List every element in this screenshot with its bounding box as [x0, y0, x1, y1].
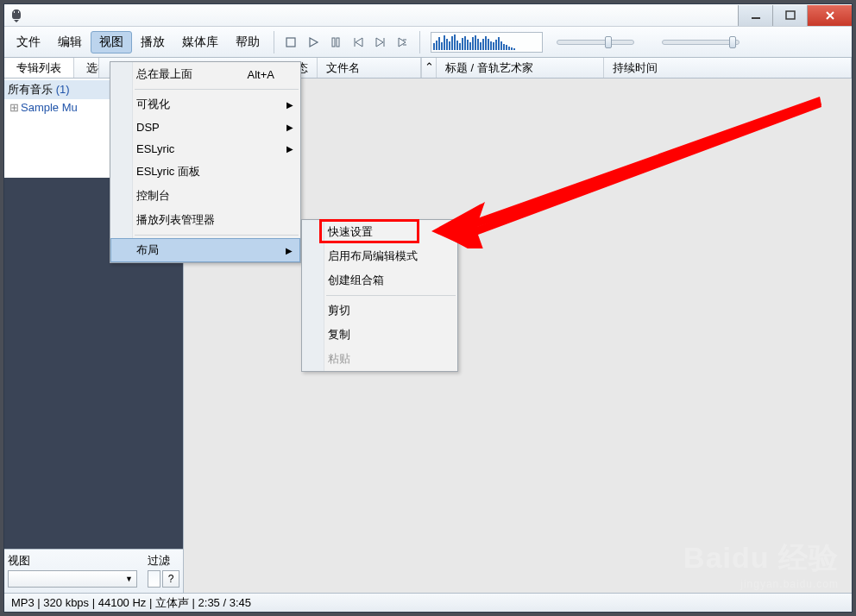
menu-console[interactable]: 控制台 [110, 184, 300, 208]
titlebar [4, 4, 852, 27]
menu-label: 控制台 [136, 188, 170, 204]
menu-label: 粘贴 [328, 351, 350, 367]
submenu-create-group[interactable]: 创建组合箱 [302, 268, 457, 292]
seek-slider[interactable] [557, 40, 634, 45]
tree-label: 所有音乐 [8, 83, 53, 96]
separator [274, 31, 274, 53]
col-duration[interactable]: 持续时间 [604, 58, 852, 78]
watermark: Baidu 经验 jingyan.baidu.com [683, 538, 839, 590]
statusbar: MP3 | 320 kbps | 44100 Hz | 立体声 | 2:35 /… [4, 593, 852, 612]
tab-select[interactable]: 选择 [74, 58, 99, 78]
watermark-url: jingyan.baidu.com [683, 578, 839, 590]
separator [419, 31, 420, 53]
prev-button[interactable] [349, 34, 367, 51]
close-button[interactable] [807, 5, 852, 26]
menu-file[interactable]: 文件 [8, 31, 49, 53]
menu-label: 创建组合箱 [328, 273, 384, 288]
volume-slider[interactable] [662, 40, 740, 45]
window-controls [738, 5, 852, 26]
submenu-copy[interactable]: 复制 [302, 323, 457, 347]
col-indicator[interactable]: ⌃ [421, 58, 437, 78]
col-title-artist[interactable]: 标题 / 音轨艺术家 [437, 58, 604, 78]
view-label: 视图 [8, 551, 137, 570]
menu-label: 可视化 [136, 97, 170, 112]
menu-label: 复制 [328, 327, 350, 343]
menu-edit[interactable]: 编辑 [49, 31, 91, 53]
menu-layout[interactable]: 布局 ▶ [110, 238, 300, 262]
layout-submenu: 快速设置 启用布局编辑模式 创建组合箱 剪切 复制 粘贴 [301, 219, 458, 372]
submenu-arrow-icon: ▶ [286, 144, 293, 154]
filter-label: 过滤 [148, 551, 179, 570]
menu-label: ESLyric [136, 142, 174, 155]
next-button[interactable] [372, 34, 389, 51]
menu-separator [326, 295, 456, 296]
menu-library[interactable]: 媒体库 [173, 31, 227, 53]
submenu-arrow-icon: ▶ [286, 100, 293, 110]
menu-label: 剪切 [328, 303, 350, 318]
view-dropdown: 总在最上面 Alt+A 可视化 ▶ DSP ▶ ESLyric ▶ ESLyri… [110, 61, 301, 263]
menu-playlist-manager[interactable]: 播放列表管理器 [110, 208, 300, 232]
svg-rect-0 [752, 17, 760, 19]
random-button[interactable] [394, 34, 412, 51]
col-filename[interactable]: 文件名 [318, 58, 421, 78]
svg-rect-3 [332, 38, 335, 47]
submenu-arrow-icon: ▶ [286, 123, 293, 132]
menu-help[interactable]: 帮助 [227, 31, 268, 53]
tab-album-list[interactable]: 专辑列表 [4, 58, 74, 78]
menu-label: 播放列表管理器 [136, 212, 215, 228]
toolbar: 文件 编辑 视图 播放 媒体库 帮助 [4, 27, 852, 58]
menu-label: ESLyric 面板 [136, 164, 200, 179]
submenu-enable-edit[interactable]: 启用布局编辑模式 [302, 244, 457, 268]
sidebar-controls: 视图 ▼ 过滤 ? [4, 549, 183, 593]
maximize-button[interactable] [772, 5, 807, 26]
tree-label: Sample Mu [21, 101, 78, 114]
menu-visualizations[interactable]: 可视化 ▶ [110, 92, 300, 116]
menu-label: 布局 [136, 242, 159, 258]
menu-playback[interactable]: 播放 [132, 31, 173, 53]
view-combo[interactable]: ▼ [8, 570, 137, 588]
menu-eslyric[interactable]: ESLyric ▶ [110, 138, 300, 160]
submenu-paste[interactable]: 粘贴 [302, 347, 457, 371]
play-button[interactable] [305, 34, 322, 51]
submenu-quick-setup[interactable]: 快速设置 [302, 220, 457, 244]
filter-help-button[interactable]: ? [162, 570, 179, 588]
filter-input[interactable] [148, 570, 160, 588]
submenu-cut[interactable]: 剪切 [302, 299, 457, 323]
menu-label: 启用布局编辑模式 [328, 248, 418, 264]
app-icon [9, 9, 23, 22]
chevron-down-icon: ▼ [122, 575, 136, 583]
svg-rect-2 [286, 38, 295, 47]
menu-always-on-top[interactable]: 总在最上面 Alt+A [110, 62, 300, 86]
pause-button[interactable] [327, 34, 344, 51]
stop-button[interactable] [282, 34, 299, 51]
menu-label: 快速设置 [328, 224, 373, 240]
watermark-brand: Baidu 经验 [683, 538, 839, 578]
menu-label: 总在最上面 [136, 66, 192, 82]
svg-rect-4 [337, 38, 339, 47]
menu-separator [135, 89, 299, 90]
tree-count: (1) [56, 83, 70, 96]
menu-separator [135, 235, 299, 236]
menu-shortcut: Alt+A [248, 68, 274, 81]
submenu-arrow-icon: ▶ [286, 246, 293, 255]
visualizer[interactable] [431, 32, 543, 53]
expand-icon: ⊞ [9, 101, 19, 114]
svg-rect-1 [786, 11, 795, 19]
menu-view[interactable]: 视图 [91, 31, 132, 53]
menu-eslyric-panel[interactable]: ESLyric 面板 [110, 160, 300, 184]
menu-label: DSP [136, 121, 160, 134]
menu-dsp[interactable]: DSP ▶ [110, 116, 300, 138]
minimize-button[interactable] [738, 5, 772, 26]
